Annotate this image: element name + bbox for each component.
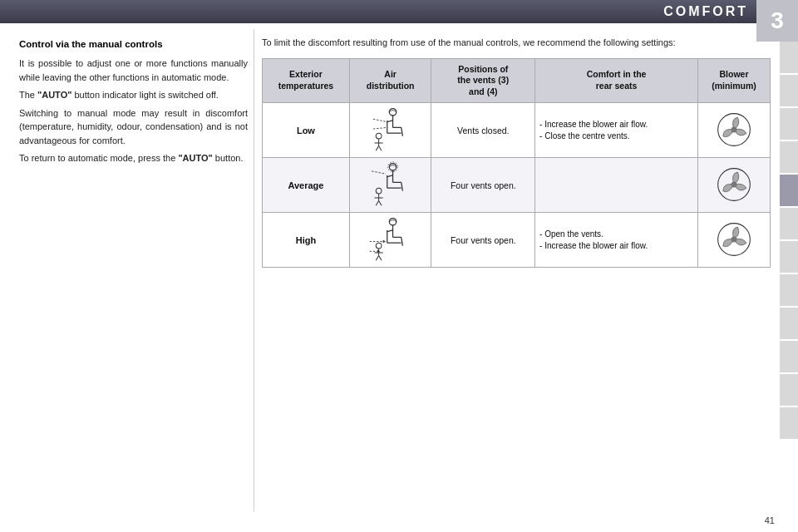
svg-point-9 xyxy=(376,134,382,140)
svg-line-35 xyxy=(387,230,392,232)
header-bar: COMFORT xyxy=(0,0,798,23)
air-icon-low xyxy=(366,106,416,152)
left-panel: Control via the manual controls It is po… xyxy=(15,29,252,511)
svg-line-13 xyxy=(378,146,381,151)
side-tab-5-active[interactable] xyxy=(780,175,798,206)
side-tab-2[interactable] xyxy=(780,75,798,106)
svg-point-25 xyxy=(376,189,382,195)
side-tab-10[interactable] xyxy=(780,341,798,372)
table-row-low: Low xyxy=(263,103,771,158)
comfort-high-text: - Open the vents. - Increase the blower … xyxy=(539,229,693,252)
svg-line-47 xyxy=(378,256,381,261)
blower-icon-low xyxy=(716,111,752,148)
air-dist-average xyxy=(349,158,431,213)
svg-point-0 xyxy=(389,109,396,116)
col-header-blower: Blower(minimum) xyxy=(697,58,770,103)
svg-line-5 xyxy=(401,128,402,136)
side-tab-1[interactable] xyxy=(780,42,798,73)
svg-line-8 xyxy=(372,128,387,130)
left-para-1: It is possible to adjust one or more fun… xyxy=(19,57,248,84)
comfort-average xyxy=(535,158,698,213)
col-header-vents: Positions ofthe vents (3)and (4) xyxy=(431,58,535,103)
svg-point-31 xyxy=(731,181,736,187)
svg-line-46 xyxy=(376,256,378,261)
comfort-low-text: - Increase the blower air flow. - Close … xyxy=(539,119,693,142)
side-tabs xyxy=(780,42,798,439)
side-tab-8[interactable] xyxy=(780,274,798,306)
svg-line-7 xyxy=(372,120,387,122)
comfort-low: - Increase the blower air flow. - Close … xyxy=(535,103,698,158)
blower-high xyxy=(697,213,770,268)
svg-marker-40 xyxy=(382,240,385,243)
air-icon-high xyxy=(366,216,416,262)
vents-average: Four vents open. xyxy=(431,158,535,213)
svg-line-23 xyxy=(372,171,386,174)
row-label-low: Low xyxy=(263,103,350,158)
side-tab-3[interactable] xyxy=(780,108,798,140)
page-title: COMFORT xyxy=(663,4,748,19)
side-tab-12[interactable] xyxy=(780,407,798,439)
col-header-air: Airdistribution xyxy=(349,58,431,103)
row-label-high: High xyxy=(263,213,350,268)
table-row-average: Average xyxy=(263,158,771,213)
page-number: 41 xyxy=(765,515,775,525)
svg-line-21 xyxy=(401,183,402,191)
left-heading: Control via the manual controls xyxy=(19,37,248,52)
svg-line-28 xyxy=(376,201,378,206)
col-header-exterior: Exteriortemperatures xyxy=(263,58,350,103)
air-dist-low xyxy=(349,103,431,158)
svg-line-12 xyxy=(376,146,378,151)
svg-point-16 xyxy=(389,164,396,170)
side-tab-7[interactable] xyxy=(780,241,798,273)
blower-average xyxy=(697,158,770,213)
intro-text: To limit the discomfort resulting from u… xyxy=(262,36,771,50)
blower-low xyxy=(697,103,770,158)
air-icon-average xyxy=(366,161,416,207)
right-panel: To limit the discomfort resulting from u… xyxy=(258,29,775,511)
svg-line-37 xyxy=(401,238,402,246)
air-dist-high xyxy=(349,213,431,268)
side-tab-11[interactable] xyxy=(780,374,798,406)
svg-line-29 xyxy=(378,201,381,206)
row-label-average: Average xyxy=(263,158,350,213)
left-para-4: To return to automatic mode, press the "… xyxy=(19,151,248,165)
svg-point-15 xyxy=(731,126,736,132)
side-tab-4[interactable] xyxy=(780,141,798,173)
panel-divider xyxy=(254,29,254,511)
comfort-high: - Open the vents. - Increase the blower … xyxy=(535,213,698,268)
left-para-2: The "AUTO" button indicator light is swi… xyxy=(19,88,248,102)
table-row-high: High xyxy=(263,213,771,268)
blower-icon-high xyxy=(716,221,752,258)
comfort-table: Exteriortemperatures Airdistribution Pos… xyxy=(262,58,771,268)
vents-low: Vents closed. xyxy=(431,103,535,158)
chapter-badge: 3 xyxy=(756,0,798,42)
svg-point-49 xyxy=(731,236,736,242)
col-header-comfort: Comfort in therear seats xyxy=(535,58,698,103)
svg-line-3 xyxy=(387,121,392,122)
side-tab-6[interactable] xyxy=(780,208,798,239)
side-tab-9[interactable] xyxy=(780,308,798,339)
vents-high: Four vents open. xyxy=(431,213,535,268)
blower-icon-average xyxy=(716,166,752,203)
svg-line-19 xyxy=(387,175,392,177)
left-para-3: Switching to manual mode may result in d… xyxy=(19,106,248,148)
svg-point-43 xyxy=(376,244,382,249)
svg-point-32 xyxy=(389,219,396,225)
